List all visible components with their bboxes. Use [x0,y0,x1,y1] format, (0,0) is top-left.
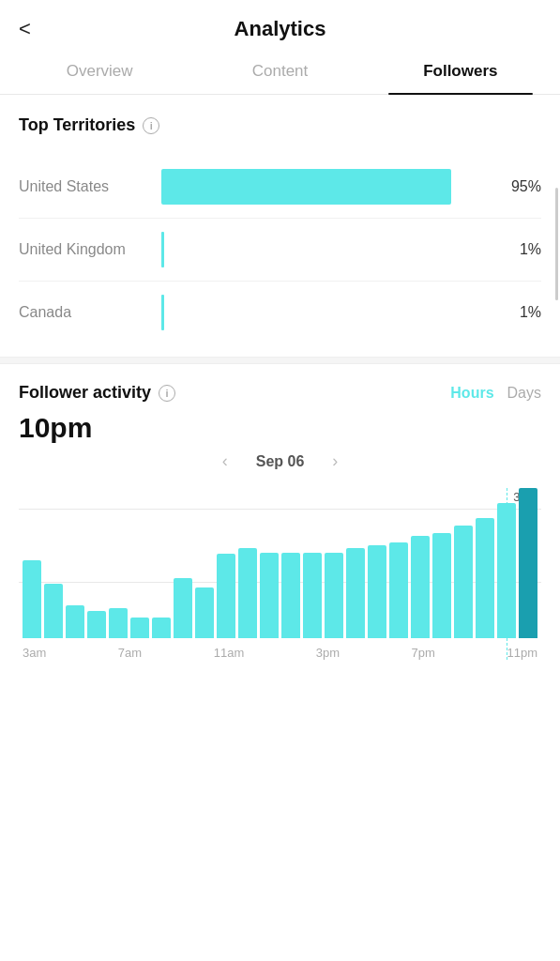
scrollbar[interactable] [555,188,558,300]
bar-item-3 [87,488,106,638]
top-territories-title: Top Territories [19,115,135,135]
bar-2 [66,605,84,638]
bar-item-1 [44,488,63,638]
activity-title-row: Follower activity i Hours Days [19,383,541,403]
follower-activity-title: Follower activity [19,383,151,403]
bar-20 [454,526,473,638]
bar-item-2 [66,488,84,638]
top-territories-section: Top Territories i United States 95% Unit… [0,95,560,357]
territory-pct-uk: 1% [502,241,541,258]
x-label-2: 11am [214,646,245,660]
bars-row [19,488,541,638]
x-label-3: 3pm [316,646,340,660]
bar-item-4 [109,488,128,638]
bar-8 [195,587,214,638]
bar-12 [281,553,300,638]
date-label: Sep 06 [256,453,305,470]
bar-item-21 [476,488,494,638]
bar-11 [260,553,279,638]
tab-bar: Overview Content Followers [0,51,560,95]
territory-name-uk: United Kingdom [19,241,150,258]
bar-17 [389,542,408,638]
bar-14 [325,553,343,638]
date-next-button[interactable]: › [332,451,338,471]
bar-item-17 [389,488,408,638]
territory-name-us: United States [19,178,150,195]
bar-13 [303,553,322,638]
date-prev-button[interactable]: ‹ [222,451,228,471]
bar-23 [519,488,537,638]
bar-item-9 [217,488,235,638]
territory-row-us: United States 95% [19,156,541,219]
bar-item-14 [325,488,343,638]
follower-activity-info-icon[interactable]: i [159,385,175,402]
territory-bar-us [161,169,451,205]
territory-bar-canada [161,295,164,330]
tab-followers[interactable]: Followers [371,51,551,94]
bar-10 [238,548,257,638]
bar-5 [130,618,149,638]
section-title-row: Top Territories i [19,115,541,135]
top-territories-info-icon[interactable]: i [143,117,159,134]
bar-4 [109,608,128,638]
territory-bar-container-canada [161,295,491,330]
bar-item-16 [368,488,386,638]
territory-bar-container-us [161,169,491,205]
tab-overview[interactable]: Overview [9,51,189,94]
back-button[interactable]: < [19,17,31,41]
bar-item-6 [152,488,171,638]
bar-item-10 [238,488,257,638]
peak-time: 10pm [19,412,541,444]
follower-activity-section: Follower activity i Hours Days 10pm ‹ Se… [0,364,560,697]
bar-18 [411,536,430,638]
territory-row-canada: Canada 1% [19,282,541,343]
bar-item-8 [195,488,214,638]
x-label-4: 7pm [412,646,435,660]
bar-3 [87,611,106,638]
bar-9 [217,554,235,638]
section-divider [0,357,560,364]
toggle-hours[interactable]: Hours [450,385,493,402]
territory-bar-container-uk [161,232,491,267]
date-nav: ‹ Sep 06 › [19,451,541,471]
territory-pct-us: 95% [502,178,541,195]
x-axis-labels: 3am7am11am3pm7pm11pm [19,638,541,660]
tab-content[interactable]: Content [189,51,370,94]
bar-item-7 [174,488,192,638]
bar-21 [476,518,494,638]
header: < Analytics [0,0,560,51]
bar-item-20 [454,488,473,638]
x-label-0: 3am [23,646,46,660]
page-title: Analytics [19,17,541,41]
bar-7 [174,578,192,638]
bar-item-19 [432,488,451,638]
toggle-days[interactable]: Days [507,385,541,402]
bar-item-23 [519,488,537,638]
x-label-5: 11pm [507,646,537,660]
bar-0 [23,560,41,638]
territory-name-canada: Canada [19,304,150,321]
territory-pct-canada: 1% [502,304,541,321]
bar-15 [346,548,365,638]
bar-chart: 340 3am7am11am3pm7pm11pm [19,488,541,697]
activity-toggle: Hours Days [450,385,541,402]
activity-title-left: Follower activity i [19,383,175,403]
bar-item-22 [497,488,516,638]
bar-1 [44,584,63,638]
bar-22 [497,503,516,638]
territory-row-uk: United Kingdom 1% [19,219,541,282]
bar-16 [368,545,386,638]
bar-19 [432,533,451,638]
bar-item-12 [281,488,300,638]
bar-item-18 [411,488,430,638]
bar-item-5 [130,488,149,638]
bar-item-11 [260,488,279,638]
x-label-1: 7am [118,646,142,660]
bar-item-13 [303,488,322,638]
bar-item-0 [23,488,41,638]
territory-bar-uk [161,232,164,267]
bar-item-15 [346,488,365,638]
bar-6 [152,618,171,638]
